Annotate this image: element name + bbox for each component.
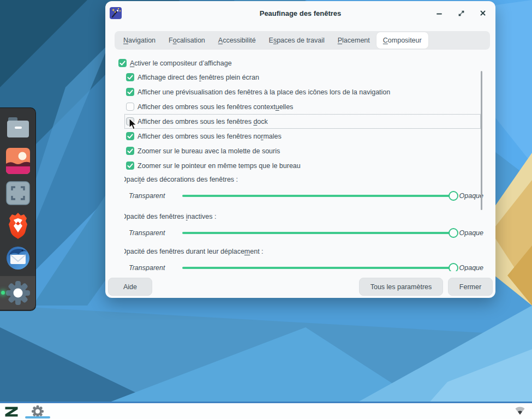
all-settings-button[interactable]: Tous les paramètres [359, 278, 443, 296]
checkbox-row-ombres-normales[interactable]: Afficher des ombres sous les fenêtres no… [124, 129, 483, 143]
close-button[interactable] [478, 8, 488, 18]
tab-compositeur[interactable]: Compositeur [376, 32, 428, 49]
compositor-options-scroll-area: Affichage direct des fenêtres plein écra… [124, 70, 483, 271]
opacity-move-label: Opacité des fenêtres durant leur déplace… [124, 246, 483, 257]
opacity-decorations-slider[interactable] [182, 195, 456, 197]
running-indicator-dot [1, 291, 5, 295]
tab-bar: Navigation Focalisation Accessibilité Es… [115, 31, 490, 50]
checkbox-label: Afficher une prévisualisation des fenêtr… [138, 88, 390, 96]
dock-item-settings[interactable] [0, 276, 35, 309]
tab-navigation[interactable]: Navigation [117, 32, 162, 49]
checkbox-row-plein-ecran[interactable]: Affichage direct des fenêtres plein écra… [124, 70, 483, 85]
opacity-move-slider[interactable] [182, 267, 456, 269]
dock-panel [0, 107, 36, 311]
checkbox-label: Activer le compositeur d’affichage [130, 59, 232, 67]
opacity-inactive-slider-row: Transparent Opaque [124, 225, 483, 241]
slider-thumb[interactable] [449, 191, 458, 201]
file-manager-icon [6, 116, 30, 139]
checkbox-row-zoom-pointeur[interactable]: Zoomer sur le pointeur en même temps que… [124, 158, 483, 173]
checkbox-row-activer-compositeur[interactable]: Activer le compositeur d’affichage [118, 56, 232, 70]
slider-max-label: Opaque [459, 192, 483, 200]
checkbox-row-ombres-dock[interactable]: Afficher des ombres sous les fenêtres do… [124, 114, 481, 129]
screenshot-tool-icon [6, 181, 30, 205]
tab-focalisation[interactable]: Focalisation [162, 32, 212, 49]
slider-thumb[interactable] [449, 228, 458, 238]
dock-item-file-manager[interactable] [0, 116, 35, 139]
desktop: Peaufinage des fenêtres [0, 0, 532, 419]
checkbox-checked[interactable] [126, 132, 134, 140]
window-peaufinage-des-fenetres: Peaufinage des fenêtres [105, 1, 495, 298]
dock-item-thunderbird[interactable] [0, 246, 35, 271]
taskbar [0, 402, 532, 419]
checkbox-checked[interactable] [126, 161, 134, 170]
dock-item-screenshot-tool[interactable] [0, 181, 35, 205]
dialog-button-bar: Aide Tous les paramètres Fermer [107, 278, 493, 296]
tab-espaces-de-travail[interactable]: Espaces de travail [262, 32, 331, 49]
slider-min-label: Transparent [129, 264, 179, 271]
checkbox-row-zoom-molette[interactable]: Zoomer sur le bureau avec la molette de … [124, 143, 483, 158]
wifi-status-icon[interactable] [515, 406, 525, 418]
checkbox-checked[interactable] [126, 147, 134, 155]
checkbox-checked[interactable] [126, 73, 134, 81]
close-dialog-button[interactable]: Fermer [448, 278, 493, 296]
zorin-menu-button[interactable] [4, 405, 19, 417]
checkbox-label: Zoomer sur le bureau avec la molette de … [138, 147, 280, 155]
help-button[interactable]: Aide [108, 278, 152, 296]
vertical-scrollbar[interactable] [481, 71, 482, 210]
thunderbird-icon [5, 246, 31, 271]
checkbox-unchecked[interactable] [126, 103, 134, 111]
brave-browser-icon [5, 212, 31, 239]
maximize-button[interactable] [456, 8, 466, 18]
zorin-logo-icon [4, 405, 19, 417]
mouse-cursor [129, 118, 138, 130]
opacity-decorations-slider-row: Transparent Opaque [124, 188, 483, 203]
checkbox-label: Afficher des ombres sous les fenêtres co… [138, 103, 293, 111]
slider-min-label: Transparent [129, 229, 179, 237]
checkbox-label: Afficher des ombres sous les fenêtres do… [138, 118, 268, 125]
checkbox-row-previsualisation[interactable]: Afficher une prévisualisation des fenêtr… [124, 85, 483, 99]
checkbox-row-ombres-contextuelles[interactable]: Afficher des ombres sous les fenêtres co… [124, 99, 483, 114]
settings-gear-icon [5, 280, 31, 306]
slider-min-label: Transparent [129, 192, 179, 200]
minimize-button[interactable] [434, 8, 444, 18]
checkbox-label: Afficher des ombres sous les fenêtres no… [138, 133, 282, 140]
active-window-indicator [25, 416, 50, 418]
titlebar[interactable]: Peaufinage des fenêtres [105, 1, 495, 25]
slider-max-label: Opaque [459, 229, 483, 237]
slider-thumb[interactable] [449, 263, 458, 271]
image-viewer-icon [6, 148, 30, 174]
opacity-inactive-label: Opacité des fenêtres inactives : [124, 211, 483, 222]
checkbox-checked[interactable] [126, 88, 134, 96]
tab-placement[interactable]: Placement [331, 32, 376, 49]
checkbox-label: Zoomer sur le pointeur en même temps que… [138, 162, 301, 170]
opacity-inactive-slider[interactable] [182, 232, 456, 234]
checkbox-label: Affichage direct des fenêtres plein écra… [138, 74, 259, 81]
tab-accessibilite[interactable]: Accessibilité [212, 32, 262, 49]
dock-item-brave-browser[interactable] [0, 212, 35, 239]
opacity-decorations-label: Opacité des décorations des fenêtres : [124, 174, 483, 185]
opacity-move-slider-row: Transparent Opaque [124, 260, 483, 271]
checkbox-checked[interactable] [118, 59, 127, 67]
dock-item-image-viewer[interactable] [0, 148, 35, 174]
slider-max-label: Opaque [459, 264, 483, 271]
